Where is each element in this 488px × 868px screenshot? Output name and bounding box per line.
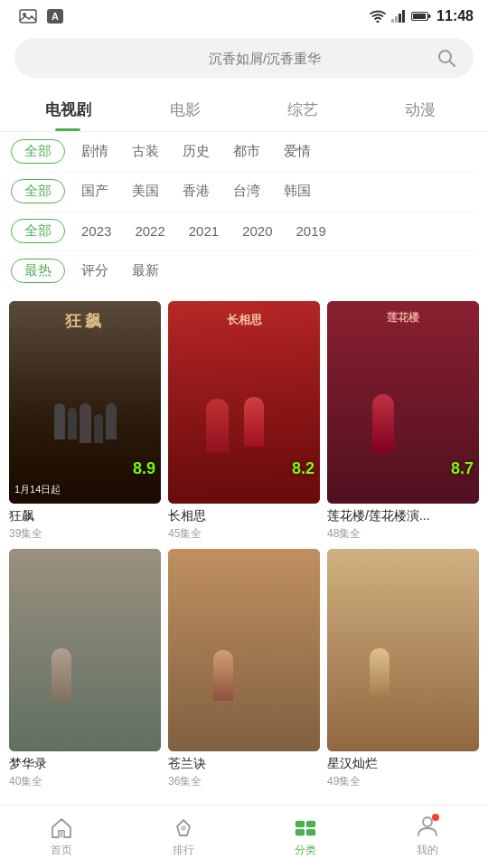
svg-rect-14 xyxy=(59,831,64,837)
status-bar: A 11:48 xyxy=(0,0,488,33)
content-grid: 狂飙 8.9 1月14日起 狂飙 39集全 长相思 8.2 长相思 45集全 xyxy=(0,290,488,789)
bottom-nav: 首页 排行 分类 xyxy=(0,805,488,868)
main-nav: 电视剧 电影 综艺 动漫 xyxy=(0,90,488,132)
svg-line-13 xyxy=(450,61,455,67)
search-input[interactable] xyxy=(69,51,461,66)
genre-drama[interactable]: 剧情 xyxy=(74,139,116,164)
year-2020[interactable]: 2020 xyxy=(235,220,279,242)
search-icon xyxy=(436,47,457,69)
nav-item-tv[interactable]: 电视剧 xyxy=(9,90,127,131)
score-lianhua: 8.7 xyxy=(451,459,474,478)
title-kuangpiao: 狂飙 xyxy=(9,508,161,524)
search-bar[interactable] xyxy=(14,38,474,78)
wifi-icon xyxy=(370,10,386,23)
svg-rect-11 xyxy=(428,14,431,18)
svg-point-20 xyxy=(423,817,432,826)
sort-hot[interactable]: 最热 xyxy=(11,259,65,283)
thumb-4 xyxy=(9,549,161,751)
year-2022[interactable]: 2022 xyxy=(127,220,172,242)
search-button[interactable] xyxy=(432,43,461,72)
mine-label: 我的 xyxy=(417,843,438,858)
svg-rect-7 xyxy=(399,14,401,23)
region-us[interactable]: 美国 xyxy=(125,179,166,203)
genre-romance[interactable]: 爱情 xyxy=(277,139,318,164)
content-item-lianhua[interactable]: 莲花楼 8.7 莲花楼/莲花楼演... 48集全 xyxy=(327,301,479,542)
home-icon xyxy=(50,816,73,840)
nav-mine[interactable]: 我的 xyxy=(366,806,488,868)
nav-home[interactable]: 首页 xyxy=(0,806,122,868)
signal-icon xyxy=(391,10,406,23)
region-china[interactable]: 国产 xyxy=(74,179,116,203)
score-kuangpiao: 8.9 xyxy=(133,459,155,478)
content-item-5[interactable]: 苍兰诀 36集全 xyxy=(168,549,320,789)
year-2021[interactable]: 2021 xyxy=(182,220,226,242)
nav-category[interactable]: 分类 xyxy=(244,806,366,868)
year-filter-row: 全部 2023 2022 2021 2020 2019 xyxy=(11,212,477,251)
title-4: 梦华录 xyxy=(9,756,161,772)
status-left-icons: A xyxy=(18,6,65,26)
genre-filter-row: 全部 剧情 古装 历史 都市 爱情 xyxy=(11,132,477,172)
sort-score[interactable]: 评分 xyxy=(74,259,116,283)
nav-item-variety[interactable]: 综艺 xyxy=(244,90,361,131)
filter-section: 全部 剧情 古装 历史 都市 爱情 全部 国产 美国 香港 台湾 韩国 全部 2… xyxy=(0,132,488,290)
svg-rect-0 xyxy=(20,10,36,23)
score-changxiangsi: 8.2 xyxy=(292,459,314,478)
content-item-4[interactable]: 梦华录 40集全 xyxy=(9,549,161,789)
svg-point-4 xyxy=(377,21,380,24)
svg-rect-10 xyxy=(413,14,426,19)
svg-point-15 xyxy=(181,826,186,831)
battery-icon xyxy=(411,11,431,22)
year-2019[interactable]: 2019 xyxy=(289,220,333,242)
notification-dot xyxy=(432,814,439,821)
content-item-changxiangsi[interactable]: 长相思 8.2 长相思 45集全 xyxy=(168,301,320,542)
time-display: 11:48 xyxy=(436,8,474,24)
nav-ranking[interactable]: 排行 xyxy=(122,806,244,868)
episodes-4: 40集全 xyxy=(9,774,161,789)
thumb-changxiangsi: 长相思 8.2 xyxy=(168,301,320,504)
year-2023[interactable]: 2023 xyxy=(74,220,118,242)
thumb-6 xyxy=(327,549,479,751)
region-filter-row: 全部 国产 美国 香港 台湾 韩国 xyxy=(11,172,477,212)
thumb-lianhua: 莲花楼 8.7 xyxy=(327,301,479,504)
a-icon: A xyxy=(45,6,65,26)
region-tw[interactable]: 台湾 xyxy=(226,179,267,203)
episodes-5: 36集全 xyxy=(168,774,320,789)
genre-city[interactable]: 都市 xyxy=(226,139,267,164)
date-kuangpiao: 1月14日起 xyxy=(14,483,61,496)
episodes-6: 49集全 xyxy=(327,774,479,789)
category-label: 分类 xyxy=(295,843,316,858)
episodes-lianhua: 48集全 xyxy=(327,526,479,542)
region-hk[interactable]: 香港 xyxy=(175,179,217,203)
category-icon xyxy=(294,816,317,840)
sort-filter-row: 最热 评分 最新 xyxy=(11,251,477,290)
user-icon xyxy=(416,816,439,840)
title-6: 星汉灿烂 xyxy=(327,756,479,772)
region-kr[interactable]: 韩国 xyxy=(277,179,318,203)
sort-newest[interactable]: 最新 xyxy=(125,259,166,283)
nav-item-anime[interactable]: 动漫 xyxy=(361,90,479,131)
home-label: 首页 xyxy=(51,843,72,858)
image-icon xyxy=(18,6,38,26)
title-lianhua: 莲花楼/莲花楼演... xyxy=(327,508,479,524)
thumb-5 xyxy=(168,549,320,751)
episodes-kuangpiao: 39集全 xyxy=(9,526,161,542)
svg-rect-6 xyxy=(395,16,398,23)
ranking-label: 排行 xyxy=(173,843,194,858)
svg-rect-17 xyxy=(305,820,314,826)
region-all[interactable]: 全部 xyxy=(11,179,65,203)
svg-rect-18 xyxy=(295,828,304,835)
year-all[interactable]: 全部 xyxy=(11,219,65,243)
genre-all[interactable]: 全部 xyxy=(11,139,65,164)
genre-costume[interactable]: 古装 xyxy=(125,139,166,164)
svg-rect-19 xyxy=(305,828,314,835)
title-changxiangsi: 长相思 xyxy=(168,508,320,524)
genre-history[interactable]: 历史 xyxy=(175,139,217,164)
content-item-kuangpiao[interactable]: 狂飙 8.9 1月14日起 狂飙 39集全 xyxy=(9,301,161,542)
content-item-6[interactable]: 星汉灿烂 49集全 xyxy=(327,549,479,789)
svg-text:A: A xyxy=(52,11,59,22)
title-5: 苍兰诀 xyxy=(168,756,320,772)
svg-rect-8 xyxy=(402,10,405,23)
svg-rect-5 xyxy=(391,19,394,23)
status-right-icons: 11:48 xyxy=(370,8,474,24)
nav-item-movie[interactable]: 电影 xyxy=(127,90,244,131)
